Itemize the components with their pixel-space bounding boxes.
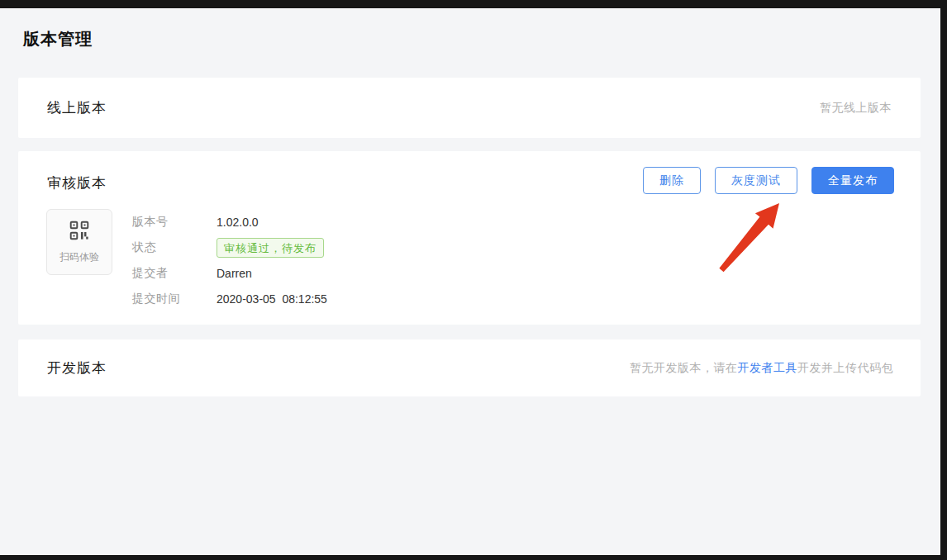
delete-button[interactable]: 删除 (643, 167, 701, 194)
review-version-title: 审核版本 (47, 173, 107, 192)
scan-qr-experience-button[interactable]: 扫码体验 (46, 209, 112, 275)
field-version-number: 版本号 1.02.0.0 (132, 209, 327, 235)
dev-version-empty-text: 暂无开发版本，请在开发者工具开发并上传代码包 (608, 348, 893, 389)
field-label: 状态 (132, 240, 217, 255)
qr-box-label: 扫码体验 (59, 250, 99, 264)
dev-empty-prefix: 暂无开发版本，请在 (630, 361, 738, 374)
developer-tools-link[interactable]: 开发者工具 (738, 361, 798, 374)
qr-code-icon (69, 220, 90, 244)
screen-edge-right (940, 0, 947, 560)
field-submitter: 提交者 Darren (132, 260, 327, 286)
field-status: 状态 审核通过，待发布 (132, 235, 327, 260)
screen-edge-bottom (0, 555, 947, 560)
gray-test-button[interactable]: 灰度测试 (715, 167, 797, 194)
version-management-page: 版本管理 线上版本 暂无线上版本 审核版本 删除 灰度测试 全量发布 (0, 0, 947, 560)
dev-empty-suffix: 开发并上传代码包 (797, 361, 893, 374)
field-submit-time: 提交时间 2020-03-05 08:12:55 (132, 286, 327, 311)
field-label: 提交时间 (132, 292, 217, 306)
review-version-details: 版本号 1.02.0.0 状态 审核通过，待发布 提交者 Darren 提交时间… (132, 209, 327, 311)
page-title: 版本管理 (23, 28, 93, 50)
online-version-empty-text: 暂无线上版本 (820, 101, 892, 116)
online-version-card: 线上版本 暂无线上版本 (18, 78, 921, 138)
dev-version-card: 开发版本 暂无开发版本，请在开发者工具开发并上传代码包 (18, 339, 921, 396)
field-label: 版本号 (132, 215, 217, 230)
field-label: 提交者 (132, 266, 217, 281)
full-release-button[interactable]: 全量发布 (811, 167, 894, 194)
dev-version-title: 开发版本 (47, 358, 107, 377)
online-version-title: 线上版本 (47, 98, 107, 117)
field-value: 1.02.0.0 (217, 216, 259, 229)
screen-edge-top (0, 0, 947, 8)
review-actions: 删除 灰度测试 全量发布 (643, 167, 894, 194)
field-value: Darren (217, 267, 252, 280)
status-badge: 审核通过，待发布 (217, 238, 324, 258)
review-version-card: 审核版本 删除 灰度测试 全量发布 扫码体验 (18, 151, 921, 325)
field-value: 2020-03-05 08:12:55 (217, 292, 327, 306)
